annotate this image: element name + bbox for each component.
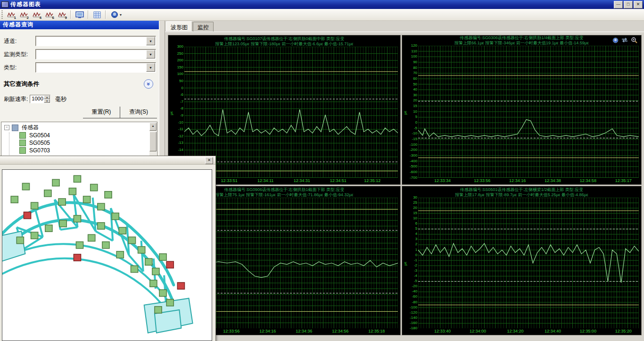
monitor-type-select[interactable]: ▼	[35, 49, 156, 59]
user-menu-button[interactable]: ▼	[108, 10, 124, 20]
bridge-model-canvas[interactable]	[2, 169, 212, 341]
y-tick-label: -600	[410, 170, 417, 174]
y-tick-label: -400	[410, 159, 417, 163]
scroll-up-icon[interactable]: ▲	[149, 123, 157, 131]
sensor-cube-green[interactable]	[91, 184, 98, 191]
grid-view-button[interactable]	[91, 10, 103, 20]
sensor-cube-green[interactable]	[59, 220, 66, 227]
scroll-thumb[interactable]	[149, 132, 157, 151]
sensor-cube-green[interactable]	[166, 299, 173, 306]
sensor-cube-red[interactable]	[74, 254, 81, 261]
sensor-cube-green[interactable]	[58, 199, 66, 205]
sensor-cube-green[interactable]	[31, 202, 38, 209]
sensor-cube-green[interactable]	[98, 203, 105, 210]
sensor-cube-green[interactable]	[131, 266, 138, 272]
plot-area[interactable]	[418, 46, 639, 178]
sensor-cube-red[interactable]	[166, 261, 173, 268]
maximize-button[interactable]: □	[624, 1, 633, 8]
layout-2-chart-button[interactable]: 2	[18, 10, 30, 20]
y-tick-label: -700	[410, 176, 417, 180]
spin-down-icon[interactable]: ▼	[44, 99, 50, 103]
sensor-cube-green[interactable]	[145, 258, 152, 265]
sensor-cube-green[interactable]	[88, 234, 95, 241]
type-select[interactable]: ▼	[35, 62, 156, 73]
chart-panel-sg0306[interactable]: 传感器编号:SG0306该传感器位于:右侧拱肋1/4截面上部 类型:应变 报警上…	[402, 35, 642, 185]
minimize-button[interactable]: —	[614, 1, 623, 8]
y-axis-unit: με	[402, 46, 407, 178]
zoom-icon[interactable]	[631, 37, 637, 43]
spin-up-icon[interactable]: ▲	[44, 95, 50, 99]
tree-item-sg0703[interactable]: SG0703	[19, 147, 157, 154]
y-axis-labels: 30252015106543210-1-2-3-4-5-20-40-60-80-…	[407, 198, 418, 329]
y-tick-label: 15	[413, 104, 417, 108]
sensor-cube-green[interactable]	[159, 290, 166, 296]
x-tick-label: 12:33:40	[434, 329, 451, 333]
sensor-cube-green[interactable]	[83, 196, 91, 203]
layout-6-chart-button[interactable]: 6	[43, 10, 55, 20]
bridge-model-window[interactable]: ✕	[0, 156, 216, 341]
chart-title-line2: 报警上限66.1με 报警下限-346με 前一小时最大值19.1με 最小值-…	[402, 41, 641, 46]
tree-collapse-icon[interactable]: −	[4, 125, 9, 130]
tab-waveform[interactable]: 波形图	[166, 21, 192, 31]
bridge-window-titlebar[interactable]: ✕	[0, 156, 215, 165]
sensor-cube-green[interactable]	[119, 227, 126, 234]
sensor-cube-red[interactable]	[177, 283, 184, 289]
sensor-cube-green[interactable]	[22, 183, 29, 190]
tab-monitor[interactable]: 监控	[193, 22, 214, 32]
y-tick-label: 100	[177, 72, 183, 76]
y-tick-label: 0	[415, 253, 417, 257]
plot-area[interactable]	[418, 198, 639, 329]
sensor-cube-green[interactable]	[76, 242, 83, 249]
y-tick-label: -20	[412, 284, 418, 288]
swap-arrows-icon[interactable]	[621, 37, 628, 43]
sensor-cube-green[interactable]	[116, 251, 124, 258]
sensor-cube-green[interactable]	[112, 213, 119, 220]
snapshot-button[interactable]	[74, 10, 85, 20]
sensor-cube-green[interactable]	[138, 247, 145, 253]
tree-item-sg0504[interactable]: SG0504	[19, 132, 157, 139]
refresh-rate-row: 刷新速率: 1000 ▲ ▼ 毫秒	[4, 94, 66, 104]
sensor-cube-green[interactable]	[17, 237, 24, 243]
sensor-cube-green[interactable]	[105, 191, 112, 198]
sensor-cube-green[interactable]	[11, 196, 18, 203]
plot-area[interactable]	[184, 198, 398, 329]
dropdown-arrow-icon[interactable]: ▼	[146, 50, 155, 58]
close-button[interactable]: ✕	[634, 1, 643, 8]
sensor-cube-green[interactable]	[150, 280, 157, 287]
collapse-section-button[interactable]: »	[144, 79, 153, 89]
channel-select[interactable]: ▼	[35, 36, 156, 46]
sensor-cube-green[interactable]	[45, 225, 52, 232]
sensor-cube-green[interactable]	[44, 190, 51, 197]
sensor-cube-green[interactable]	[69, 188, 76, 195]
sensor-cube-green[interactable]	[74, 216, 81, 222]
tree-root-row[interactable]: − 传感器	[4, 124, 157, 132]
x-tick-label: 12:34:20	[507, 329, 523, 333]
sensor-cube-green[interactable]	[159, 254, 166, 260]
channel-label: 通道:	[4, 37, 35, 45]
sensor-cube-green[interactable]	[52, 179, 59, 186]
y-tick-label: 100	[411, 55, 417, 58]
sensor-node-icon	[19, 140, 26, 146]
sensor-cube-red[interactable]	[24, 212, 31, 218]
layout-9-chart-button[interactable]: 9	[56, 10, 68, 20]
sensor-cube-green[interactable]	[155, 307, 162, 313]
dropdown-arrow-icon[interactable]: ▼	[146, 63, 155, 72]
layout-1-chart-button[interactable]: 1	[5, 10, 17, 20]
reset-button[interactable]: 重置(R)	[83, 107, 120, 118]
x-axis-labels: 12:33:3412:33:5612:34:1612:34:3812:34:58…	[418, 178, 639, 184]
refresh-rate-input[interactable]: 1000 ▲ ▼	[30, 95, 50, 103]
close-icon[interactable]: ✕	[205, 157, 213, 164]
sensor-cube-green[interactable]	[128, 237, 135, 243]
tree-item-sg0505[interactable]: SG0505	[19, 139, 157, 147]
query-button[interactable]: 查询(S)	[120, 107, 157, 118]
sensor-cube-green[interactable]	[152, 268, 159, 274]
sensor-cube-green[interactable]	[74, 175, 81, 182]
plot-area[interactable]	[184, 47, 398, 178]
dropdown-arrow-icon[interactable]: ▼	[146, 37, 155, 45]
layout-4-chart-button[interactable]: 4	[31, 10, 42, 20]
chart-panel-ss0501[interactable]: 传感器编号:SS0501该传感器位于:左侧横梁1/2截面上部 类型:应变 报警上…	[402, 186, 642, 336]
sensor-cube-green[interactable]	[31, 232, 38, 239]
sensor-cube-green[interactable]	[98, 223, 105, 229]
sensor-cube-green[interactable]	[102, 242, 109, 249]
help-head-icon[interactable]	[612, 37, 619, 43]
